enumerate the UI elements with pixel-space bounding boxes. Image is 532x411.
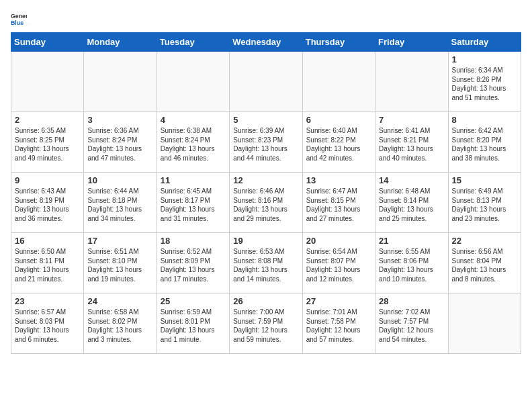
day-info: Sunrise: 7:02 AM Sunset: 7:57 PM Dayligh…	[379, 308, 444, 344]
day-info: Sunrise: 6:57 AM Sunset: 8:03 PM Dayligh…	[15, 308, 80, 344]
day-info: Sunrise: 6:55 AM Sunset: 8:06 PM Dayligh…	[379, 247, 444, 283]
day-cell: 26Sunrise: 7:00 AM Sunset: 7:59 PM Dayli…	[230, 293, 302, 354]
day-cell: 4Sunrise: 6:38 AM Sunset: 8:24 PM Daylig…	[157, 112, 229, 173]
day-number: 22	[452, 236, 517, 246]
day-cell: 23Sunrise: 6:57 AM Sunset: 8:03 PM Dayli…	[11, 293, 84, 354]
day-info: Sunrise: 6:45 AM Sunset: 8:17 PM Dayligh…	[161, 187, 226, 223]
day-number: 1	[452, 54, 517, 64]
week-row-1: 1Sunrise: 6:34 AM Sunset: 8:26 PM Daylig…	[11, 52, 521, 112]
day-cell: 15Sunrise: 6:49 AM Sunset: 8:13 PM Dayli…	[448, 173, 521, 233]
day-info: Sunrise: 6:59 AM Sunset: 8:01 PM Dayligh…	[161, 308, 226, 344]
svg-text:Blue: Blue	[11, 19, 24, 26]
day-number: 15	[452, 175, 517, 185]
day-cell: 22Sunrise: 6:56 AM Sunset: 8:04 PM Dayli…	[448, 233, 521, 293]
day-cell	[375, 52, 448, 112]
day-cell	[84, 52, 157, 112]
day-cell: 24Sunrise: 6:58 AM Sunset: 8:02 PM Dayli…	[84, 293, 157, 354]
weekday-header-thursday: Thursday	[302, 33, 375, 52]
day-number: 18	[161, 236, 226, 246]
day-number: 21	[379, 236, 444, 246]
day-number: 27	[306, 296, 371, 306]
day-info: Sunrise: 6:40 AM Sunset: 8:22 PM Dayligh…	[306, 126, 371, 163]
day-number: 7	[379, 115, 444, 125]
day-cell: 28Sunrise: 7:02 AM Sunset: 7:57 PM Dayli…	[375, 293, 448, 354]
day-number: 16	[15, 236, 80, 246]
day-cell	[157, 52, 229, 112]
day-info: Sunrise: 6:54 AM Sunset: 8:07 PM Dayligh…	[306, 247, 371, 283]
day-number: 12	[233, 175, 298, 185]
day-cell: 10Sunrise: 6:44 AM Sunset: 8:18 PM Dayli…	[84, 173, 157, 233]
day-info: Sunrise: 6:51 AM Sunset: 8:10 PM Dayligh…	[87, 247, 152, 283]
day-number: 4	[161, 115, 226, 125]
day-number: 11	[161, 175, 226, 185]
day-cell: 21Sunrise: 6:55 AM Sunset: 8:06 PM Dayli…	[375, 233, 448, 293]
logo-icon: General Blue	[11, 11, 27, 27]
day-info: Sunrise: 6:58 AM Sunset: 8:02 PM Dayligh…	[87, 308, 152, 344]
day-info: Sunrise: 6:34 AM Sunset: 8:26 PM Dayligh…	[452, 66, 517, 102]
day-cell: 12Sunrise: 6:46 AM Sunset: 8:16 PM Dayli…	[230, 173, 302, 233]
page-header: General Blue	[11, 11, 521, 27]
weekday-header-monday: Monday	[84, 33, 157, 52]
day-info: Sunrise: 6:53 AM Sunset: 8:08 PM Dayligh…	[233, 247, 298, 283]
day-cell: 7Sunrise: 6:41 AM Sunset: 8:21 PM Daylig…	[375, 112, 448, 173]
day-number: 10	[87, 175, 152, 185]
day-number: 23	[15, 296, 80, 306]
day-cell: 16Sunrise: 6:50 AM Sunset: 8:11 PM Dayli…	[11, 233, 84, 293]
day-number: 13	[306, 175, 371, 185]
day-cell: 25Sunrise: 6:59 AM Sunset: 8:01 PM Dayli…	[157, 293, 229, 354]
day-cell: 6Sunrise: 6:40 AM Sunset: 8:22 PM Daylig…	[302, 112, 375, 173]
svg-text:General: General	[11, 13, 27, 19]
day-number: 25	[161, 296, 226, 306]
day-cell	[230, 52, 302, 112]
day-cell: 2Sunrise: 6:35 AM Sunset: 8:25 PM Daylig…	[11, 112, 84, 173]
day-number: 26	[233, 296, 298, 306]
day-cell	[448, 293, 521, 354]
day-cell: 8Sunrise: 6:42 AM Sunset: 8:20 PM Daylig…	[448, 112, 521, 173]
day-number: 6	[306, 115, 371, 125]
day-cell: 13Sunrise: 6:47 AM Sunset: 8:15 PM Dayli…	[302, 173, 375, 233]
week-row-4: 16Sunrise: 6:50 AM Sunset: 8:11 PM Dayli…	[11, 233, 521, 293]
day-info: Sunrise: 7:01 AM Sunset: 7:58 PM Dayligh…	[306, 308, 371, 344]
day-number: 9	[15, 175, 80, 185]
day-cell: 1Sunrise: 6:34 AM Sunset: 8:26 PM Daylig…	[448, 52, 521, 112]
day-info: Sunrise: 6:35 AM Sunset: 8:25 PM Dayligh…	[15, 126, 80, 163]
day-info: Sunrise: 6:42 AM Sunset: 8:20 PM Dayligh…	[452, 126, 517, 163]
day-info: Sunrise: 6:49 AM Sunset: 8:13 PM Dayligh…	[452, 187, 517, 223]
day-info: Sunrise: 6:39 AM Sunset: 8:23 PM Dayligh…	[233, 126, 298, 163]
day-info: Sunrise: 7:00 AM Sunset: 7:59 PM Dayligh…	[233, 308, 298, 344]
day-number: 2	[15, 115, 80, 125]
day-cell: 17Sunrise: 6:51 AM Sunset: 8:10 PM Dayli…	[84, 233, 157, 293]
day-info: Sunrise: 6:41 AM Sunset: 8:21 PM Dayligh…	[379, 126, 444, 163]
weekday-header-row: SundayMondayTuesdayWednesdayThursdayFrid…	[11, 33, 521, 52]
day-number: 3	[87, 115, 152, 125]
day-info: Sunrise: 6:52 AM Sunset: 8:09 PM Dayligh…	[161, 247, 226, 283]
day-cell: 27Sunrise: 7:01 AM Sunset: 7:58 PM Dayli…	[302, 293, 375, 354]
day-number: 24	[87, 296, 152, 306]
day-cell: 9Sunrise: 6:43 AM Sunset: 8:19 PM Daylig…	[11, 173, 84, 233]
day-info: Sunrise: 6:38 AM Sunset: 8:24 PM Dayligh…	[161, 126, 226, 163]
week-row-2: 2Sunrise: 6:35 AM Sunset: 8:25 PM Daylig…	[11, 112, 521, 173]
weekday-header-tuesday: Tuesday	[157, 33, 229, 52]
weekday-header-saturday: Saturday	[448, 33, 521, 52]
day-number: 14	[379, 175, 444, 185]
week-row-5: 23Sunrise: 6:57 AM Sunset: 8:03 PM Dayli…	[11, 293, 521, 354]
day-cell: 20Sunrise: 6:54 AM Sunset: 8:07 PM Dayli…	[302, 233, 375, 293]
calendar-table: SundayMondayTuesdayWednesdayThursdayFrid…	[11, 32, 521, 354]
logo: General Blue	[11, 11, 27, 27]
day-cell	[302, 52, 375, 112]
day-number: 28	[379, 296, 444, 306]
day-number: 8	[452, 115, 517, 125]
day-info: Sunrise: 6:36 AM Sunset: 8:24 PM Dayligh…	[87, 126, 152, 163]
day-info: Sunrise: 6:47 AM Sunset: 8:15 PM Dayligh…	[306, 187, 371, 223]
day-info: Sunrise: 6:44 AM Sunset: 8:18 PM Dayligh…	[87, 187, 152, 223]
day-cell: 3Sunrise: 6:36 AM Sunset: 8:24 PM Daylig…	[84, 112, 157, 173]
day-cell: 14Sunrise: 6:48 AM Sunset: 8:14 PM Dayli…	[375, 173, 448, 233]
weekday-header-friday: Friday	[375, 33, 448, 52]
day-info: Sunrise: 6:50 AM Sunset: 8:11 PM Dayligh…	[15, 247, 80, 283]
weekday-header-sunday: Sunday	[11, 33, 84, 52]
day-info: Sunrise: 6:46 AM Sunset: 8:16 PM Dayligh…	[233, 187, 298, 223]
day-cell: 11Sunrise: 6:45 AM Sunset: 8:17 PM Dayli…	[157, 173, 229, 233]
day-number: 17	[87, 236, 152, 246]
day-cell	[11, 52, 84, 112]
day-info: Sunrise: 6:48 AM Sunset: 8:14 PM Dayligh…	[379, 187, 444, 223]
